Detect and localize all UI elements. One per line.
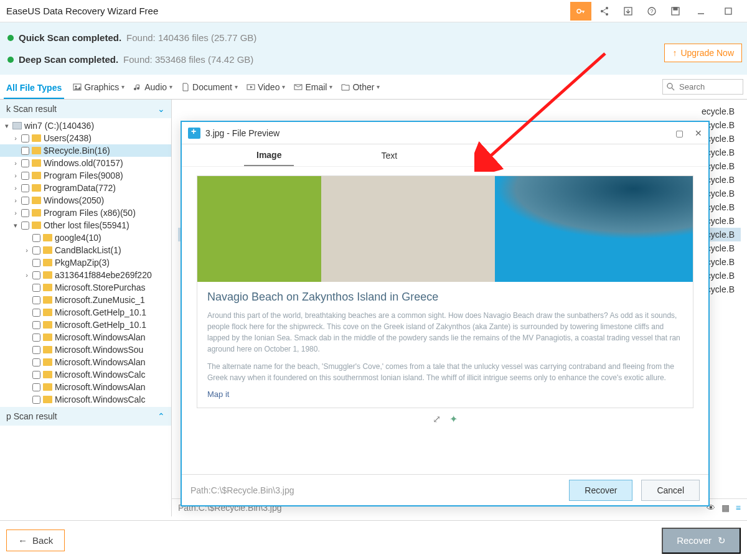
folder-icon: [32, 147, 41, 154]
close-icon[interactable]: ✕: [695, 128, 702, 138]
chevron-down-icon: ▾: [282, 83, 285, 90]
cancel-button[interactable]: Cancel: [641, 480, 700, 501]
folder-icon: [32, 172, 41, 179]
tree-item[interactable]: ›Program Files(9008): [0, 169, 171, 182]
tree-item[interactable]: ▾Other lost files(55941): [0, 219, 171, 231]
tree-root[interactable]: ▾win7 (C:)(140436): [0, 119, 171, 132]
key-icon[interactable]: [570, 2, 591, 21]
tree-item[interactable]: Microsoft.WindowsCalc: [0, 393, 171, 406]
app-icon: [188, 128, 200, 139]
share-icon[interactable]: [594, 2, 615, 21]
tree-item[interactable]: $Recycle.Bin(16): [0, 144, 171, 157]
filter-graphics[interactable]: Graphics▾: [73, 82, 125, 92]
folder-tree: ▾win7 (C:)(140436) ›Users(2438) $Recycle…: [0, 118, 171, 407]
filter-all-types[interactable]: All File Types: [4, 83, 64, 99]
deep-scan-section[interactable]: p Scan result ⌃: [0, 407, 171, 426]
svg-rect-8: [674, 7, 677, 10]
tree-item[interactable]: google4(10): [0, 231, 171, 244]
svg-point-14: [667, 83, 672, 88]
back-label: Back: [32, 535, 53, 546]
filter-other[interactable]: Other▾: [341, 82, 380, 92]
tab-text[interactable]: Text: [369, 146, 410, 166]
svg-point-0: [577, 9, 581, 13]
maximize-icon[interactable]: [716, 2, 741, 21]
filter-video[interactable]: Video▾: [247, 82, 286, 92]
folder-icon: [43, 296, 52, 304]
tree-item[interactable]: Microsoft.StorePurchas: [0, 281, 171, 294]
folder-icon: [32, 159, 41, 167]
filter-email[interactable]: Email▾: [294, 82, 332, 92]
svg-text:?: ?: [650, 8, 653, 14]
preview-tabs: Image Text: [182, 144, 708, 167]
arrow-up-icon: ↑: [672, 48, 677, 58]
preview-paragraph: The alternate name for the beach, 'Smugg…: [207, 361, 683, 383]
svg-point-11: [75, 85, 77, 87]
tree-item[interactable]: Microsoft.WindowsSou: [0, 343, 171, 356]
preview-image: [197, 176, 693, 282]
tree-item[interactable]: ›Windows.old(70157): [0, 157, 171, 169]
tree-item[interactable]: Microsoft.WindowsAlan: [0, 356, 171, 368]
tree-item[interactable]: ›ProgramData(772): [0, 182, 171, 194]
rotate-icon[interactable]: ✦: [449, 414, 458, 424]
save-icon[interactable]: [665, 2, 686, 21]
upgrade-label: Upgrade Now: [680, 48, 734, 58]
tree-item[interactable]: ›Users(2438): [0, 132, 171, 144]
folder-icon: [43, 271, 52, 279]
folder-icon: [32, 184, 41, 192]
folder-icon: [32, 197, 41, 204]
folder-icon: [43, 321, 52, 329]
titlebar: EaseUS Data Recovery Wizard Free ?: [0, 0, 747, 22]
quick-scan-section[interactable]: k Scan result ⌄: [0, 100, 171, 118]
tree-item[interactable]: ›Windows(2050): [0, 194, 171, 207]
tree-item[interactable]: Microsoft.ZuneMusic_1: [0, 294, 171, 306]
check-dot-icon: [7, 35, 14, 41]
minimize-icon[interactable]: [688, 2, 713, 21]
upgrade-button[interactable]: ↑ Upgrade Now: [664, 44, 742, 62]
folder-icon: [43, 309, 52, 316]
folder-icon: [43, 246, 52, 254]
recover-label: Recover: [677, 535, 712, 546]
list-item[interactable]: ecycle.B: [178, 105, 741, 118]
maximize-icon[interactable]: ▢: [675, 128, 684, 138]
chevron-down-icon: ▾: [377, 83, 380, 90]
fullscreen-icon[interactable]: ⤢: [433, 414, 441, 424]
svg-point-3: [606, 13, 608, 16]
search-box: [662, 79, 743, 95]
tree-item[interactable]: Microsoft.WindowsAlan: [0, 331, 171, 343]
deep-scan-line: Deep Scan completed. Found: 353468 files…: [7, 54, 740, 65]
sidebar: k Scan result ⌄ ▾win7 (C:)(140436) ›User…: [0, 100, 172, 516]
tree-item[interactable]: Microsoft.WindowsCalc: [0, 368, 171, 381]
section-label: p Scan result: [6, 411, 57, 421]
help-icon[interactable]: ?: [641, 2, 662, 21]
tree-item[interactable]: ›CandBlackList(1): [0, 244, 171, 256]
section-label: k Scan result: [6, 104, 57, 114]
preview-filename: 3.jpg - File Preview: [205, 128, 280, 138]
grid-view-icon[interactable]: ▦: [721, 503, 730, 513]
chevron-down-icon: ▾: [121, 83, 125, 90]
chevron-down-icon: ⌄: [157, 104, 165, 114]
filter-document[interactable]: Document▾: [181, 82, 238, 92]
filter-audio[interactable]: Audio▾: [133, 82, 172, 92]
tree-item[interactable]: Microsoft.WindowsAlan: [0, 381, 171, 393]
tree-item[interactable]: Microsoft.GetHelp_10.1: [0, 319, 171, 331]
tree-item[interactable]: ›Program Files (x86)(50): [0, 207, 171, 219]
import-icon[interactable]: [618, 2, 639, 21]
map-it-link[interactable]: Map it: [207, 390, 683, 399]
tab-image[interactable]: Image: [244, 145, 294, 166]
preview-titlebar: 3.jpg - File Preview ▢ ✕: [182, 122, 708, 144]
recover-button-main[interactable]: Recover ↻: [662, 528, 741, 554]
folder-icon: [43, 396, 52, 403]
tree-item[interactable]: Microsoft.GetHelp_10.1: [0, 306, 171, 319]
folder-icon: [32, 209, 41, 217]
svg-rect-9: [725, 8, 731, 14]
recover-button[interactable]: Recover: [569, 480, 632, 501]
folder-icon: [43, 371, 52, 378]
back-button[interactable]: ← Back: [6, 530, 65, 551]
folder-icon: [43, 346, 52, 353]
app-title: EaseUS Data Recovery Wizard Free: [6, 6, 158, 16]
tree-item[interactable]: PkgMapZip(3): [0, 256, 171, 269]
list-view-icon[interactable]: ≡: [736, 503, 741, 513]
svg-point-2: [601, 10, 603, 12]
tree-item[interactable]: ›a313641f884ebe269f220: [0, 269, 171, 281]
chevron-down-icon: ▾: [235, 83, 238, 90]
